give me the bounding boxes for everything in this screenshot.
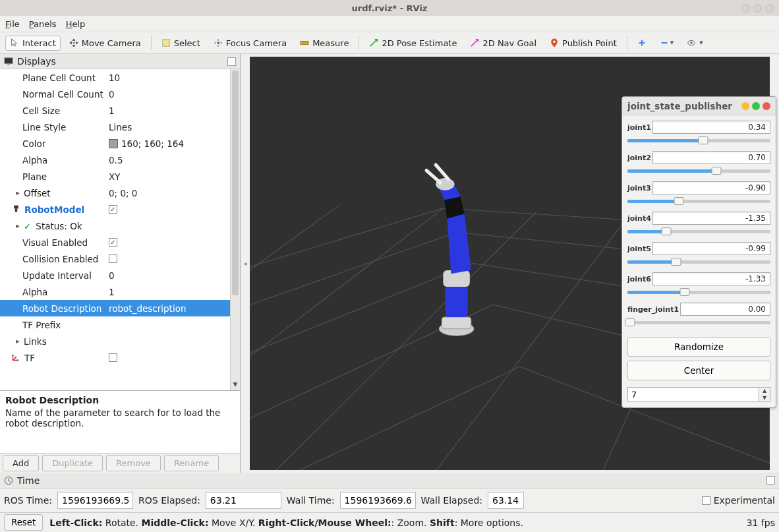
property-row[interactable]: PlaneXY bbox=[0, 168, 240, 185]
select-button[interactable]: Select bbox=[157, 36, 205, 51]
joint-value-input[interactable]: -0.90 bbox=[652, 181, 770, 194]
property-row[interactable]: Update Interval0 bbox=[0, 267, 240, 283]
joint-slider[interactable] bbox=[627, 136, 770, 145]
property-row[interactable]: TF bbox=[0, 349, 240, 366]
slider-thumb[interactable] bbox=[674, 197, 684, 205]
rate-spinbox[interactable]: ▲▼ bbox=[627, 387, 770, 402]
property-row[interactable]: Color160; 160; 164 bbox=[0, 135, 240, 152]
property-row[interactable]: Visual Enabled✓ bbox=[0, 234, 240, 251]
slider-thumb[interactable] bbox=[661, 227, 671, 235]
nav-goal-button[interactable]: 2D Nav Goal bbox=[465, 36, 541, 51]
remove-tool-button[interactable]: ▼ bbox=[655, 36, 678, 50]
property-value[interactable]: 0 bbox=[109, 89, 240, 100]
joint-value-input[interactable]: 0.70 bbox=[652, 151, 770, 164]
expander-icon[interactable]: ▸ bbox=[14, 189, 21, 197]
publish-point-button[interactable]: Publish Point bbox=[545, 36, 621, 51]
property-value[interactable]: 10 bbox=[109, 73, 240, 83]
slider-thumb[interactable] bbox=[671, 258, 681, 266]
joint-slider[interactable] bbox=[627, 318, 770, 327]
joint-slider[interactable] bbox=[627, 287, 770, 297]
joint-state-publisher-window[interactable]: joint_state_publisher joint1 0.34 joint2… bbox=[621, 96, 776, 408]
slider-thumb[interactable] bbox=[711, 167, 721, 175]
property-value[interactable]: 0.5 bbox=[109, 155, 240, 165]
checkbox[interactable] bbox=[109, 254, 117, 263]
property-value[interactable]: 1 bbox=[109, 287, 240, 297]
measure-button[interactable]: Measure bbox=[295, 36, 353, 51]
spin-up[interactable]: ▲ bbox=[759, 388, 770, 395]
property-value[interactable] bbox=[109, 353, 240, 362]
remove-button[interactable]: Remove bbox=[106, 455, 161, 471]
displays-header[interactable]: Displays bbox=[0, 54, 240, 69]
maximize-dot[interactable] bbox=[752, 102, 760, 110]
wall-elapsed-input[interactable] bbox=[488, 492, 524, 509]
property-row[interactable]: TF Prefix bbox=[0, 316, 240, 333]
property-row[interactable]: Robot Descriptionrobot_description bbox=[0, 300, 240, 316]
property-value[interactable]: Lines bbox=[109, 122, 240, 133]
property-value[interactable]: 160; 160; 164 bbox=[109, 138, 240, 149]
rename-button[interactable]: Rename bbox=[164, 455, 219, 471]
checkbox[interactable]: ✓ bbox=[109, 205, 117, 214]
property-value[interactable]: ✓ bbox=[109, 205, 240, 214]
time-panel-header[interactable]: Time bbox=[0, 473, 779, 488]
property-value[interactable] bbox=[109, 254, 240, 263]
property-row[interactable]: RobotModel✓ bbox=[0, 201, 240, 218]
spin-down[interactable]: ▼ bbox=[759, 395, 770, 402]
property-row[interactable]: Cell Size1 bbox=[0, 102, 240, 119]
joint-window-title-bar[interactable]: joint_state_publisher bbox=[622, 97, 776, 115]
property-row[interactable]: Normal Cell Count0 bbox=[0, 86, 240, 102]
splitter[interactable] bbox=[0, 390, 240, 393]
checkbox[interactable] bbox=[109, 353, 117, 362]
menu-help[interactable]: Help bbox=[66, 19, 86, 29]
pose-estimate-button[interactable]: 2D Pose Estimate bbox=[364, 36, 461, 51]
property-row[interactable]: Collision Enabled bbox=[0, 251, 240, 267]
joint-slider[interactable] bbox=[627, 227, 770, 236]
panel-undock-button[interactable] bbox=[227, 57, 236, 66]
ros-time-input[interactable] bbox=[57, 492, 133, 509]
property-value[interactable]: 1 bbox=[109, 105, 240, 116]
slider-thumb[interactable] bbox=[625, 318, 635, 326]
property-row[interactable]: ▸Offset0; 0; 0 bbox=[0, 185, 240, 201]
property-row[interactable]: ▸✓Status: Ok bbox=[0, 218, 240, 234]
property-value[interactable]: 0 bbox=[109, 270, 240, 281]
maximize-button[interactable] bbox=[753, 4, 762, 13]
view-tool-button[interactable]: ▼ bbox=[682, 36, 707, 50]
slider-thumb[interactable] bbox=[699, 136, 708, 144]
time-undock-button[interactable] bbox=[766, 476, 775, 485]
property-row[interactable]: Line StyleLines bbox=[0, 119, 240, 135]
randomize-button[interactable]: Randomize bbox=[627, 337, 770, 357]
scrollbar[interactable]: ▲ ▼ bbox=[230, 69, 240, 390]
property-row[interactable]: ▸Links bbox=[0, 333, 240, 349]
scrollbar-thumb[interactable] bbox=[232, 71, 239, 295]
property-row[interactable]: Alpha0.5 bbox=[0, 152, 240, 168]
focus-camera-button[interactable]: Focus Camera bbox=[209, 36, 291, 51]
minimize-dot[interactable] bbox=[741, 102, 749, 110]
minimize-button[interactable] bbox=[741, 4, 750, 13]
center-button[interactable]: Center bbox=[627, 361, 770, 380]
add-button[interactable]: Add bbox=[3, 455, 39, 471]
expander-icon[interactable]: ▸ bbox=[14, 222, 21, 230]
duplicate-button[interactable]: Duplicate bbox=[42, 455, 103, 471]
menu-panels[interactable]: Panels bbox=[29, 19, 57, 29]
ros-elapsed-input[interactable] bbox=[206, 492, 281, 509]
property-row[interactable]: Alpha1 bbox=[0, 283, 240, 300]
add-tool-button[interactable] bbox=[633, 36, 651, 50]
rate-input[interactable] bbox=[627, 387, 759, 402]
left-grab-handle[interactable]: ◂ bbox=[241, 54, 250, 473]
move-camera-button[interactable]: Move Camera bbox=[65, 36, 146, 51]
joint-slider[interactable] bbox=[627, 257, 770, 266]
checkbox[interactable]: ✓ bbox=[109, 238, 117, 247]
slider-thumb[interactable] bbox=[679, 288, 689, 296]
joint-slider[interactable] bbox=[627, 166, 770, 175]
joint-value-input[interactable]: -0.99 bbox=[652, 242, 770, 255]
joint-value-input[interactable]: 0.34 bbox=[652, 121, 770, 134]
interact-button[interactable]: Interact bbox=[5, 36, 61, 51]
menu-file[interactable]: File bbox=[5, 19, 20, 29]
property-value[interactable]: ✓ bbox=[109, 238, 240, 247]
expander-icon[interactable]: ▸ bbox=[14, 337, 21, 345]
joint-value-input[interactable]: -1.33 bbox=[652, 272, 770, 285]
reset-button[interactable]: Reset bbox=[4, 514, 43, 531]
property-value[interactable]: 0; 0; 0 bbox=[109, 188, 240, 198]
property-tree[interactable]: Plane Cell Count10Normal Cell Count0Cell… bbox=[0, 69, 240, 390]
close-button[interactable] bbox=[765, 4, 774, 13]
close-dot[interactable] bbox=[763, 102, 770, 110]
